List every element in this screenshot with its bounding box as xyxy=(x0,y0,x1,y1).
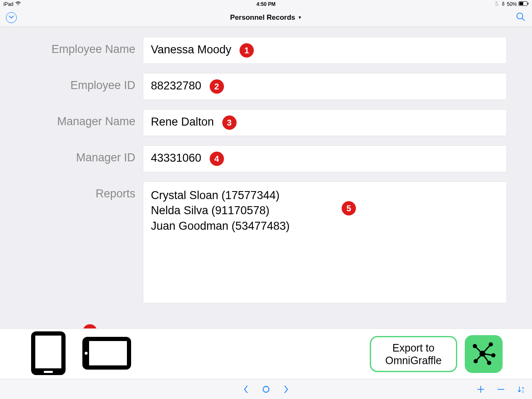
wifi-icon xyxy=(15,1,21,7)
svg-point-10 xyxy=(85,352,88,354)
callout-badge-1: 1 xyxy=(240,43,254,58)
field-manager-id[interactable]: 43331060 4 xyxy=(143,145,507,172)
search-icon xyxy=(516,12,526,24)
dropdown-caret-icon: ▼ xyxy=(298,15,302,20)
svg-point-3 xyxy=(517,13,523,19)
svg-text:Z: Z xyxy=(522,390,524,394)
bottom-toolbar: AZ xyxy=(0,379,532,399)
chevron-left-icon xyxy=(242,385,250,394)
plus-icon xyxy=(477,385,485,394)
record-indicator-button[interactable] xyxy=(262,385,270,394)
export-label-line1: Export to xyxy=(385,341,442,354)
value-employee-id: 88232780 xyxy=(151,79,201,92)
circle-icon xyxy=(262,385,270,394)
field-reports[interactable]: Crystal Sloan (17577344) Nelda Silva (91… xyxy=(143,181,507,303)
sort-icon: AZ xyxy=(517,385,525,394)
battery-icon xyxy=(519,1,529,7)
callout-badge-4: 4 xyxy=(210,152,224,166)
next-record-button[interactable] xyxy=(282,385,290,394)
minus-icon xyxy=(497,385,505,394)
svg-rect-7 xyxy=(44,371,53,373)
carrier-label: iPad xyxy=(3,1,13,7)
tablet-landscape-icon xyxy=(82,365,132,373)
value-manager-name: Rene Dalton xyxy=(151,116,214,128)
svg-line-18 xyxy=(482,344,491,354)
report-line-2: Nelda Silva (91170578) xyxy=(151,203,499,218)
label-employee-id: Employee ID xyxy=(25,73,143,92)
value-manager-id: 43331060 xyxy=(151,152,201,164)
nav-title-text: Personnel Records xyxy=(230,13,295,22)
tablet-portrait-icon xyxy=(29,370,67,377)
label-employee-name: Employee Name xyxy=(25,37,143,56)
row-reports: Reports Crystal Sloan (17577344) Nelda S… xyxy=(25,181,507,303)
svg-rect-6 xyxy=(35,336,61,368)
collapse-button[interactable] xyxy=(6,12,17,23)
row-manager-name: Manager Name Rene Dalton 3 xyxy=(25,109,507,136)
bluetooth-icon xyxy=(501,1,505,8)
label-manager-name: Manager Name xyxy=(25,109,143,128)
status-bar-time: 4:50 PM xyxy=(256,1,275,7)
row-employee-name: Employee Name Vanessa Moody 1 xyxy=(25,37,507,64)
callout-badge-3: 3 xyxy=(222,116,237,130)
svg-rect-9 xyxy=(89,341,127,365)
svg-line-17 xyxy=(475,346,482,354)
label-reports: Reports xyxy=(25,181,143,200)
form-content: Employee Name Vanessa Moody 1 Employee I… xyxy=(0,27,532,303)
svg-line-4 xyxy=(522,18,525,21)
omnigraffle-app-button[interactable] xyxy=(465,335,503,373)
search-button[interactable] xyxy=(515,12,526,23)
field-employee-id[interactable]: 88232780 2 xyxy=(143,73,507,100)
export-button[interactable]: Export to OmniGraffle xyxy=(370,336,457,372)
toolbar-nav-group xyxy=(242,385,290,394)
svg-point-22 xyxy=(263,386,269,392)
callout-badge-2: 2 xyxy=(210,79,224,94)
chevron-right-icon xyxy=(282,385,290,394)
row-employee-id: Employee ID 88232780 2 xyxy=(25,73,507,100)
svg-rect-1 xyxy=(519,2,523,5)
row-manager-id: Manager ID 43331060 4 xyxy=(25,145,507,172)
callout-badge-5: 5 xyxy=(342,201,356,215)
prev-record-button[interactable] xyxy=(242,385,250,394)
sort-button[interactable]: AZ xyxy=(517,385,525,394)
device-icons xyxy=(29,331,132,378)
field-employee-name[interactable]: Vanessa Moody 1 xyxy=(143,37,507,64)
svg-rect-2 xyxy=(528,3,529,5)
svg-line-21 xyxy=(476,354,482,361)
status-bar-right: 50% xyxy=(495,1,529,8)
graph-network-icon xyxy=(471,340,497,368)
nav-title[interactable]: Personnel Records ▼ xyxy=(230,13,302,22)
tablet-landscape-button[interactable] xyxy=(82,335,132,373)
toolbar-right-group: AZ xyxy=(477,385,525,394)
battery-percent: 50% xyxy=(507,1,517,7)
svg-text:A: A xyxy=(522,386,524,390)
export-label-line2: OmniGraffle xyxy=(385,354,442,367)
chevron-down-icon xyxy=(9,14,14,21)
status-bar: iPad 4:50 PM 50% xyxy=(0,0,532,8)
nav-bar: Personnel Records ▼ xyxy=(0,8,532,27)
value-employee-name: Vanessa Moody xyxy=(151,43,232,56)
status-bar-left: iPad xyxy=(3,1,21,7)
delete-record-button[interactable] xyxy=(497,385,505,394)
add-record-button[interactable] xyxy=(477,385,485,394)
label-manager-id: Manager ID xyxy=(25,145,143,164)
field-manager-name[interactable]: Rene Dalton 3 xyxy=(143,109,507,136)
export-area: Export to OmniGraffle xyxy=(370,335,503,373)
tablet-portrait-button[interactable] xyxy=(29,331,67,378)
moon-icon xyxy=(495,1,500,7)
bottom-area: Export to OmniGraffle xyxy=(0,328,532,379)
report-line-1: Crystal Sloan (17577344) xyxy=(151,188,499,203)
report-line-3: Juan Goodman (53477483) xyxy=(151,218,499,234)
